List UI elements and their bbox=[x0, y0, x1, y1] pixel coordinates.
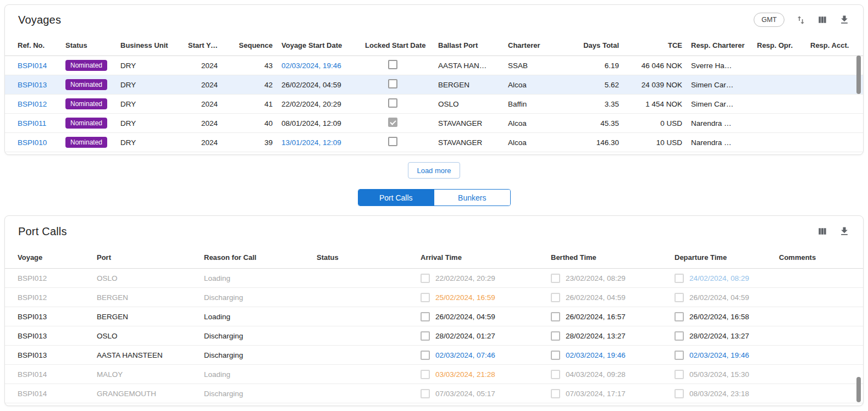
voyage-start-date[interactable]: 13/01/2024, 12:09 bbox=[281, 138, 365, 147]
voyage-resp-charterer: Narendra … bbox=[691, 138, 757, 147]
voyages-column-header[interactable]: TCE bbox=[628, 41, 691, 49]
load-more-button[interactable]: Load more bbox=[408, 162, 460, 179]
voyage-start-date: 22/02/2024, 20:29 bbox=[281, 100, 365, 108]
portcall-row[interactable]: BSPI013BERGENLoading26/02/2024, 04:5926/… bbox=[5, 307, 863, 326]
portcall-row[interactable]: BSPI013OSLODischarging28/02/2024, 01:272… bbox=[5, 326, 863, 346]
portcall-arrival-checkbox[interactable] bbox=[421, 370, 430, 379]
tab-bunkers[interactable]: Bunkers bbox=[434, 190, 510, 206]
voyage-ballast-port: OSLO bbox=[438, 100, 508, 108]
portcall-voyage: BSPI012 bbox=[18, 274, 97, 282]
tab-port-calls[interactable]: Port Calls bbox=[358, 190, 434, 206]
voyage-start-date[interactable]: 02/03/2024, 19:46 bbox=[281, 62, 365, 70]
voyage-ref-link[interactable]: BSPI013 bbox=[18, 81, 65, 89]
sort-icon[interactable] bbox=[795, 15, 806, 25]
portcall-berthed-checkbox[interactable] bbox=[551, 293, 560, 302]
portcall-row[interactable]: BSPI012BERGENDischarging25/02/2024, 16:5… bbox=[5, 288, 863, 307]
portcall-reason: Loading bbox=[204, 274, 317, 282]
port-calls-toolbar bbox=[817, 226, 850, 237]
portcall-arrival-checkbox[interactable] bbox=[421, 351, 430, 360]
voyages-title: Voyages bbox=[18, 14, 61, 26]
portcall-departure-checkbox[interactable] bbox=[675, 274, 684, 283]
portcall-row[interactable]: BSPI014GRANGEMOUTHDischarging07/03/2024,… bbox=[5, 384, 863, 403]
portcall-departure-checkbox[interactable] bbox=[675, 293, 684, 302]
voyages-column-header[interactable]: Locked Start Date bbox=[365, 41, 438, 49]
voyage-ref-link[interactable]: BSPI014 bbox=[18, 62, 65, 70]
port-calls-column-header[interactable]: Arrival Time bbox=[421, 253, 551, 262]
voyage-ref-link[interactable]: BSPI012 bbox=[18, 100, 65, 108]
port-calls-scrollbar-thumb[interactable] bbox=[856, 377, 861, 402]
portcall-berthed-checkbox[interactable] bbox=[551, 274, 560, 283]
portcall-voyage: BSPI012 bbox=[18, 293, 97, 302]
voyage-ref-link[interactable]: BSPI011 bbox=[18, 119, 65, 127]
portcall-berthed-checkbox[interactable] bbox=[551, 312, 560, 321]
voyages-column-header[interactable]: Start Year bbox=[188, 41, 226, 49]
port-calls-column-header[interactable]: Port bbox=[97, 253, 204, 262]
portcall-arrival-checkbox[interactable] bbox=[421, 389, 430, 398]
portcall-arrival-checkbox[interactable] bbox=[421, 293, 430, 302]
portcall-departure-checkbox[interactable] bbox=[675, 312, 684, 321]
locked-start-date-checkbox[interactable] bbox=[388, 79, 397, 88]
voyages-scrollbar-thumb[interactable] bbox=[856, 55, 861, 94]
portcall-departure-checkbox[interactable] bbox=[675, 370, 684, 379]
portcall-berthed-checkbox[interactable] bbox=[551, 331, 560, 341]
voyages-row[interactable]: BSPI014NominatedDRY20244302/03/2024, 19:… bbox=[5, 56, 863, 75]
port-calls-column-header[interactable]: Berthed Time bbox=[551, 253, 675, 262]
port-calls-column-header[interactable]: Comments bbox=[779, 253, 863, 262]
voyage-sequence: 43 bbox=[226, 62, 281, 70]
port-calls-scrollbar[interactable] bbox=[855, 248, 861, 403]
voyages-column-header[interactable]: Business Unit bbox=[120, 41, 188, 49]
columns-icon[interactable] bbox=[817, 14, 828, 25]
portcall-departure-checkbox[interactable] bbox=[675, 331, 684, 341]
portcall-departure-time[interactable]: 24/02/2024, 08:29 bbox=[689, 274, 749, 282]
voyage-charterer: Alcoa bbox=[508, 81, 573, 89]
voyages-column-header[interactable]: Resp. Charterer bbox=[691, 41, 757, 49]
portcall-berthed-time[interactable]: 02/03/2024, 19:46 bbox=[566, 351, 626, 359]
portcall-row[interactable]: BSPI014MALOYLoading03/03/2024, 21:2804/0… bbox=[5, 365, 863, 384]
voyages-column-header[interactable]: Voyage Start Date bbox=[281, 41, 365, 49]
locked-start-date-checkbox[interactable] bbox=[388, 137, 397, 146]
port-calls-column-header[interactable]: Voyage bbox=[18, 253, 97, 262]
portcall-departure-checkbox[interactable] bbox=[675, 351, 684, 360]
voyage-ref-link[interactable]: BSPI010 bbox=[18, 138, 65, 147]
portcall-berthed-checkbox[interactable] bbox=[551, 351, 560, 360]
voyages-row[interactable]: BSPI011NominatedDRY20244008/01/2024, 12:… bbox=[5, 114, 863, 133]
voyages-row[interactable]: BSPI010NominatedDRY20243913/01/2024, 12:… bbox=[5, 133, 863, 152]
voyages-column-header[interactable]: Sequence bbox=[226, 41, 281, 49]
voyages-column-header[interactable]: Ballast Port bbox=[438, 41, 508, 49]
voyage-tce: 24 039 NOK bbox=[628, 81, 691, 89]
portcall-row[interactable]: BSPI012OSLOLoading22/02/2024, 20:2923/02… bbox=[5, 269, 863, 288]
voyages-column-header[interactable]: Resp. Opr. bbox=[757, 41, 810, 49]
voyages-panel: Voyages GMT Ref. No.StatusBusiness UnitS… bbox=[4, 4, 864, 155]
portcall-departure-time[interactable]: 02/03/2024, 19:46 bbox=[689, 351, 749, 359]
columns-icon[interactable] bbox=[817, 226, 828, 237]
locked-start-date-checkbox[interactable] bbox=[388, 118, 397, 127]
download-icon[interactable] bbox=[839, 226, 850, 237]
portcall-reason: Loading bbox=[204, 370, 317, 379]
portcall-berthed-cell: 23/02/2024, 08:29 bbox=[551, 274, 675, 283]
voyages-row[interactable]: BSPI013NominatedDRY20244226/02/2024, 04:… bbox=[5, 75, 863, 95]
port-calls-column-header[interactable]: Status bbox=[317, 253, 421, 262]
portcall-arrival-checkbox[interactable] bbox=[421, 331, 430, 341]
portcall-berthed-checkbox[interactable] bbox=[551, 389, 560, 398]
download-icon[interactable] bbox=[839, 14, 850, 25]
portcall-berthed-checkbox[interactable] bbox=[551, 370, 560, 379]
port-calls-column-header[interactable]: Reason for Call bbox=[204, 253, 317, 262]
voyages-column-header[interactable]: Charterer bbox=[508, 41, 573, 49]
locked-start-date-checkbox[interactable] bbox=[388, 98, 397, 108]
voyages-column-header[interactable]: Days Total bbox=[573, 41, 628, 49]
gmt-toggle-button[interactable]: GMT bbox=[754, 13, 784, 27]
portcall-arrival-checkbox[interactable] bbox=[421, 274, 430, 283]
voyage-days-total: 6.19 bbox=[573, 62, 628, 70]
voyage-start-year: 2024 bbox=[188, 81, 226, 89]
portcall-arrival-time[interactable]: 02/03/2024, 07:46 bbox=[435, 351, 495, 359]
portcall-departure-checkbox[interactable] bbox=[675, 389, 684, 398]
voyages-row[interactable]: BSPI012NominatedDRY20244122/02/2024, 20:… bbox=[5, 95, 863, 114]
portcall-row[interactable]: BSPI013AASTA HANSTEENDischarging02/03/20… bbox=[5, 346, 863, 365]
locked-start-date-checkbox[interactable] bbox=[388, 60, 397, 69]
voyages-column-header[interactable]: Status bbox=[65, 41, 120, 49]
portcall-arrival-checkbox[interactable] bbox=[421, 312, 430, 321]
voyages-scrollbar[interactable] bbox=[855, 43, 861, 150]
port-calls-column-header[interactable]: Departure Time bbox=[675, 253, 779, 262]
voyage-business-unit: DRY bbox=[120, 100, 188, 108]
voyages-column-header[interactable]: Ref. No. bbox=[18, 41, 65, 49]
